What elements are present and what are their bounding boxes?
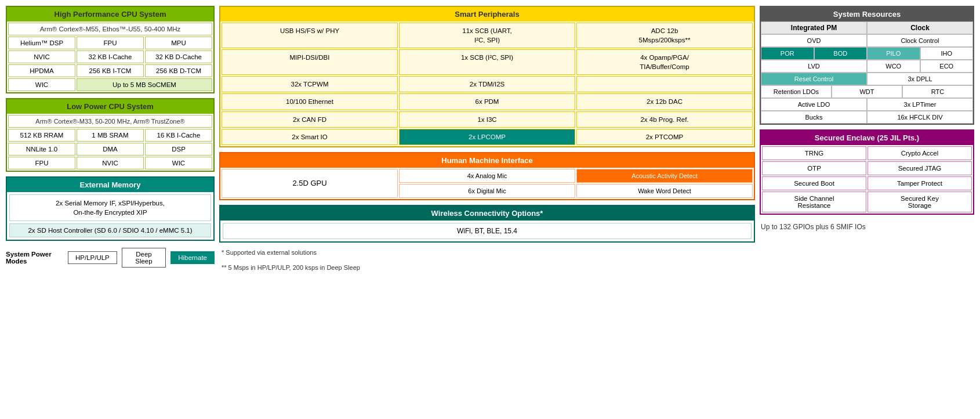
hpc-cell-fpu1: FPU <box>77 37 144 49</box>
se-tamper: Tamper Protect <box>868 176 972 190</box>
hpc-cell-mpu: MPU <box>145 37 212 49</box>
se-key-storage: Secured KeyStorage <box>868 192 972 212</box>
lpc-section: Low Power CPU System Arm® Cortex®-M33, 5… <box>6 98 215 172</box>
sp-empty <box>576 76 753 92</box>
sp-dac: 2x 12b DAC <box>576 93 753 110</box>
sp-section: Smart Peripherals USB HS/FS w/ PHY 11x S… <box>219 6 755 147</box>
sp-pdm: 6x PDM <box>399 93 575 110</box>
sp-tdm: 2x TDM/I2S <box>399 76 575 92</box>
sp-usb: USB HS/FS w/ PHY <box>222 23 398 48</box>
se-channel: Side ChannelResistance <box>762 192 866 212</box>
sr-clock-control: Clock Control <box>867 34 973 47</box>
sr-rtc: RTC <box>902 85 973 98</box>
hpc-cell-dcache: 32 KB D-Cache <box>145 50 212 63</box>
sp-lpcomp: 2x LPCOMP <box>399 129 575 145</box>
sr-sub-headers: Integrated PM Clock <box>761 21 973 34</box>
sp-opamp: 4x Opamp/PGA/TIA/Buffer/Comp <box>576 49 753 75</box>
wc-section: Wireless Connectivity Options* WiFi, BT,… <box>219 205 755 243</box>
hmi-title: Human Machine Interface <box>220 153 754 168</box>
power-label: System Power Modes <box>6 251 63 265</box>
hmi-digital-mic: 6x Digital Mic <box>399 184 575 198</box>
sr-reset-control: Reset Control <box>761 73 867 85</box>
se-section: Secured Enclave (25 JIL Pts.) TRNG Crypt… <box>760 129 974 215</box>
sr-pilo: PILO <box>867 47 920 60</box>
sr-title: System Resources <box>761 7 973 21</box>
ext-text1: 2x Serial Memory IF, xSPI/Hyperbus,On-th… <box>9 194 211 221</box>
sr-row-lvd: LVD WCO ECO <box>761 60 973 73</box>
sr-iho: IHO <box>920 47 974 60</box>
sp-prog-ref: 2x 4b Prog. Ref. <box>576 111 753 128</box>
sp-i3c: 1x I3C <box>399 111 575 128</box>
se-otp: OTP <box>762 161 866 175</box>
lpc-wic: WIC <box>145 157 212 169</box>
lpc-grid: 512 KB RRAM 1 MB SRAM 16 KB I-Cache NNLi… <box>8 129 212 169</box>
se-jtag: Secured JTAG <box>868 161 972 175</box>
lpc-dsp: DSP <box>145 143 212 156</box>
ext-title: External Memory <box>7 178 213 192</box>
sp-adc: ADC 12b5Msps/200ksps** <box>576 23 753 48</box>
ext-text2: 2x SD Host Controller (SD 6.0 / SDIO 4.1… <box>9 223 211 237</box>
sp-scb11: 11x SCB (UART,I²C, SPI) <box>399 23 575 48</box>
hpc-section: High Performance CPU System Arm® Cortex®… <box>6 6 215 93</box>
sp-scb1: 1x SCB (I²C, SPI) <box>399 49 575 75</box>
sp-tcpwm: 32x TCPWM <box>222 76 398 92</box>
se-title: Secured Enclave (25 JIL Pts.) <box>761 131 973 145</box>
sr-por: POR <box>761 47 814 60</box>
hpc-subtitle: Arm® Cortex®-M55, Ethos™-U55, 50-400 MHz <box>8 23 212 35</box>
ext-section: External Memory 2x Serial Memory IF, xSP… <box>6 176 215 241</box>
sr-row-active: Active LDO 3x LPTimer <box>761 98 973 111</box>
se-boot: Secured Boot <box>762 176 866 190</box>
hpc-cell-dsp: Helium™ DSP <box>8 37 75 49</box>
sr-lptimer: 3x LPTimer <box>867 98 973 111</box>
lpc-fpu: FPU <box>8 157 75 169</box>
sr-wco: WCO <box>867 60 920 73</box>
sr-retention: Retention LDOs <box>761 85 832 98</box>
hmi-grid: 2.5D GPU 4x Analog Mic Acoustic Activity… <box>222 169 753 198</box>
power-modes-bar: System Power Modes HP/LP/ULP Deep Sleep … <box>6 248 215 268</box>
gpio-note: Up to 132 GPIOs plus 6 SMIF IOs <box>761 223 973 231</box>
footnote1: * Supported via external solutions <box>222 249 753 256</box>
sr-active-ldo: Active LDO <box>761 98 867 111</box>
sr-row-ovd: OVD Clock Control <box>761 34 973 47</box>
lpc-dma: DMA <box>77 143 144 156</box>
sr-row-bucks: Bucks 16x HFCLK DIV <box>761 111 973 124</box>
se-grid: TRNG Crypto Accel OTP Secured JTAG Secur… <box>762 146 972 212</box>
hpc-cell-hpdma: HPDMA <box>8 64 75 77</box>
hpc-cell-socmem: Up to 5 MB SoCMEM <box>77 78 212 91</box>
hmi-analog-mic: 4x Analog Mic <box>399 169 575 183</box>
sr-row-por: POR BOD PILO IHO <box>761 47 973 60</box>
lpc-sram: 1 MB SRAM <box>77 129 144 142</box>
sp-grid: USB HS/FS w/ PHY 11x SCB (UART,I²C, SPI)… <box>222 23 753 145</box>
sr-eco: ECO <box>920 60 974 73</box>
hmi-section: Human Machine Interface 2.5D GPU 4x Anal… <box>219 152 755 200</box>
hmi-wakeword: Wake Word Detect <box>576 184 753 198</box>
sr-wdt: WDT <box>832 85 902 98</box>
main-container: High Performance CPU System Arm® Cortex®… <box>6 6 974 273</box>
se-crypto: Crypto Accel <box>868 146 972 160</box>
col-middle: Smart Peripherals USB HS/FS w/ PHY 11x S… <box>219 6 755 273</box>
lpc-title: Low Power CPU System <box>7 99 213 114</box>
power-btn-hibernate[interactable]: Hibernate <box>170 251 215 264</box>
hmi-acoustic: Acoustic Activity Detect <box>576 169 753 183</box>
sp-smartio: 2x Smart IO <box>222 129 398 145</box>
sr-section: System Resources Integrated PM Clock OVD… <box>760 6 974 125</box>
hmi-gpu: 2.5D GPU <box>222 169 398 198</box>
sr-row-retention: Retention LDOs WDT RTC <box>761 85 973 98</box>
hpc-cell-itcm: 256 KB I-TCM <box>77 64 144 77</box>
hpc-grid: Helium™ DSP FPU MPU NVIC 32 KB I-Cache 3… <box>8 37 212 91</box>
hpc-cell-wic: WIC <box>8 78 75 91</box>
power-btn-deepsleep[interactable]: Deep Sleep <box>122 248 166 268</box>
sp-ethernet: 10/100 Ethernet <box>222 93 398 110</box>
lpc-nvic: NVIC <box>77 157 144 169</box>
lpc-rram: 512 KB RRAM <box>8 129 75 142</box>
power-btn-hplp[interactable]: HP/LP/ULP <box>68 251 117 264</box>
sp-ptcomp: 2x PTCOMP <box>576 129 753 145</box>
lpc-nnlite: NNLite 1.0 <box>8 143 75 156</box>
wc-title: Wireless Connectivity Options* <box>220 206 754 221</box>
sr-dpll: 3x DPLL <box>867 73 973 85</box>
footnote2: ** 5 Msps in HP/LP/ULP, 200 ksps in Deep… <box>222 264 753 271</box>
sp-title: Smart Peripherals <box>220 7 754 21</box>
hpc-cell-nvic: NVIC <box>8 50 75 63</box>
col-right: System Resources Integrated PM Clock OVD… <box>760 6 974 273</box>
sr-hfclk: 16x HFCLK DIV <box>867 111 973 124</box>
